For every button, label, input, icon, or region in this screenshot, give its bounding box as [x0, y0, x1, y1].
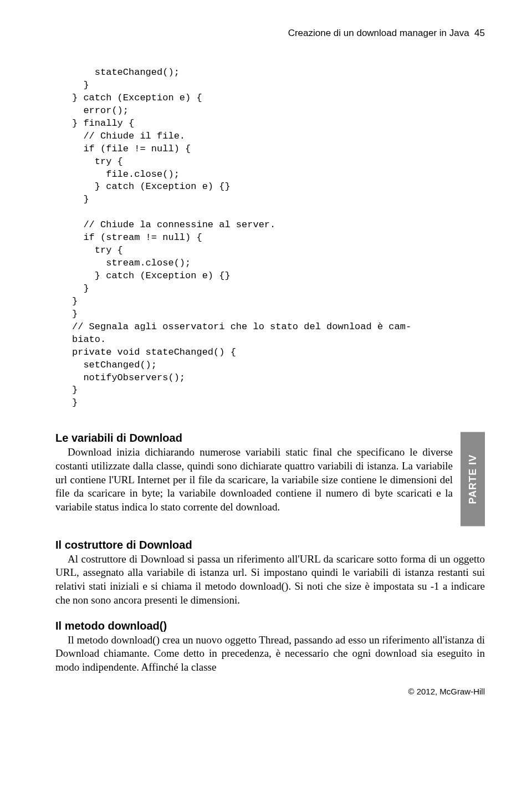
section-body: Al costruttore di Download si passa un r… [55, 553, 485, 607]
section-title: Il metodo download() [55, 620, 485, 632]
section-title: Le variabili di Download [55, 432, 453, 444]
section-with-sidebar: Le variabili di Download Download inizia… [55, 432, 485, 526]
section-body: Download inizia dichiarando numerose var… [55, 446, 453, 514]
running-title: Creazione di un download manager in Java [288, 28, 469, 38]
running-header: Creazione di un download manager in Java… [55, 28, 485, 39]
page-number: 45 [474, 28, 485, 38]
section-metodo: Il metodo download() Il metodo download(… [55, 620, 485, 675]
code-listing: stateChanged(); } } catch (Exception e) … [72, 67, 485, 410]
section-variabili: Le variabili di Download Download inizia… [55, 432, 453, 514]
section-costruttore: Il costruttore di Download Al costruttor… [55, 539, 485, 607]
section-title: Il costruttore di Download [55, 539, 485, 551]
part-tab: PARTE IV [461, 432, 485, 526]
footer-copyright: © 2012, McGraw-Hill [55, 687, 485, 696]
page-content: Creazione di un download manager in Java… [0, 0, 532, 713]
section-body: Il metodo download() crea un nuovo ogget… [55, 633, 485, 675]
